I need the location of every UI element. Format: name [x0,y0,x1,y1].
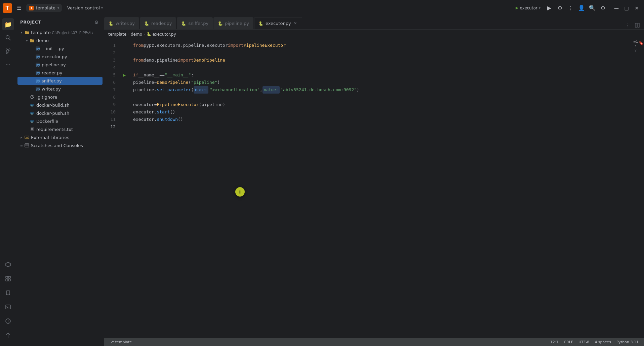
sidebar-item-scratches[interactable]: ≡Scratches and Consoles [17,141,103,149]
sidebar-title: Project [20,20,41,25]
svg-rect-42 [25,144,29,147]
gutter-cell-6 [121,79,128,86]
status-branch[interactable]: ⎇ template [107,338,134,346]
minimize-button[interactable]: — [612,3,621,13]
scroll-up-nav[interactable]: ∧ [634,44,637,48]
activity-more-button[interactable]: ··· [2,59,14,71]
code-area[interactable]: from pypz.executors.pipeline.executor im… [128,39,633,338]
tree-chevron-executor [30,54,35,59]
tab-sniffer[interactable]: 🐍sniffer.py [177,17,213,29]
status-encoding[interactable]: CRLF [561,338,576,346]
svg-text:🐳: 🐳 [31,112,33,115]
python-file-icon-pipeline: py [35,62,40,67]
sidebar-item-demo[interactable]: ▾demo [17,36,103,44]
sidebar-settings-button[interactable]: ⚙ [93,19,100,26]
profile-button[interactable]: 👤 [577,3,586,13]
project-tab-chevron: ▾ [57,6,59,10]
breadcrumb-demo[interactable]: demo [131,32,142,37]
tab-bar-layout-button[interactable] [633,21,641,29]
tree-label-gitignore: .gitignore [36,95,57,100]
gutter-col: ▶ [121,39,128,338]
executor-label: executor [520,6,537,10]
status-indent[interactable]: 4 spaces [592,338,614,346]
status-encoding-label: CRLF [564,340,573,344]
line-number-12: 12 [104,123,118,131]
tab-bar-actions: ⋮ [621,21,644,29]
tab-reader[interactable]: 🐍reader.py [140,17,176,29]
sidebar-item-writer[interactable]: pywriter.py [17,85,103,93]
python-file-icon-reader: py [35,70,40,75]
tree-chevron-writer [30,86,35,92]
floating-info-button[interactable]: i [235,187,245,197]
floating-info-label: i [239,189,241,195]
status-charset[interactable]: UTF-8 [576,338,592,346]
tab-bar: 🐍writer.py🐍reader.py🐍sniffer.py🐍pipeline… [104,16,644,30]
line-number-7: 7 [104,86,118,94]
sidebar-item-init[interactable]: py__init__.py [17,44,103,53]
svg-rect-46 [638,23,639,27]
gutter-cell-5[interactable]: ▶ [121,71,128,79]
breadcrumb-bar: template › demo › 🐍 executor.py [104,30,644,39]
status-position[interactable]: 12:1 [548,338,561,346]
executor-selector[interactable]: ▶ executor ▾ [513,4,543,12]
svg-point-4 [9,49,10,50]
tab-pipeline[interactable]: 🐍pipeline.py [213,17,253,29]
tree-path-template: C:\Projects\07_PIPEs\t\ [51,31,93,35]
sidebar-item-executor[interactable]: pyexecutor.py [17,53,103,61]
svg-text:py: py [36,80,40,83]
tree-label-docker-push: docker-push.sh [36,111,69,116]
status-right: 12:1 CRLF UTF-8 4 spaces Python 3.11 [548,338,641,346]
maximize-button[interactable]: □ [622,3,631,13]
sidebar-item-docker-build[interactable]: 🐳docker-build.sh [17,101,103,109]
tab-close-executor[interactable]: ✕ [293,21,298,26]
svg-text:py: py [36,56,40,59]
tab-bar-more-button[interactable]: ⋮ [624,21,632,29]
close-button[interactable]: ✕ [632,3,641,13]
sidebar-item-gitignore[interactable]: .gitignore [17,93,103,101]
activity-learn-button[interactable] [2,258,14,271]
activity-search-button[interactable] [2,32,14,44]
hamburger-button[interactable]: ☰ [15,3,24,12]
status-language[interactable]: Python 3.11 [614,338,641,346]
sidebar-item-pipeline[interactable]: pypipeline.py [17,61,103,69]
sidebar-item-reader[interactable]: pyreader.py [17,69,103,77]
code-line-11: executor.shutdown() [133,116,633,123]
bookmark-icon[interactable]: 🔖 [638,40,644,46]
sidebar-item-sniffer[interactable]: pysniffer.py [17,77,103,85]
activity-vcs-button[interactable] [2,45,14,57]
settings-button[interactable]: ⚙ [598,3,608,13]
docker-file-icon-docker-build: 🐳 [30,102,35,108]
activity-git-button[interactable] [2,329,14,341]
code-line-4 [133,64,633,71]
run-button[interactable]: ▶ [545,3,554,13]
activity-project-button[interactable]: 📁 [2,18,14,30]
breadcrumb-template[interactable]: template [108,32,126,37]
sidebar-item-requirements[interactable]: requirements.txt [17,125,103,133]
activity-bookmark-button[interactable] [2,287,14,299]
sidebar-tree: ▾template C:\Projects\07_PIPEs\t\▾demopy… [16,28,104,346]
tree-label-docker-build: docker-build.sh [36,103,70,108]
activity-problems-button[interactable] [2,315,14,327]
editor-content: 123456789101112 ▶ from pypz.executors.pi… [104,39,644,338]
svg-text:py: py [36,88,40,91]
docker-file-icon-docker-push: 🐳 [30,110,35,116]
tab-executor[interactable]: 🐍executor.py✕ [254,17,302,29]
version-control-button[interactable]: Version control ▾ [65,4,106,12]
sidebar-item-dockerfile[interactable]: 🐳Dockerfile [17,117,103,125]
activity-plugins-button[interactable] [2,273,14,285]
sidebar-item-template[interactable]: ▾template C:\Projects\07_PIPEs\t\ [17,28,103,36]
more-button[interactable]: ⋮ [566,3,575,13]
scroll-down-nav[interactable]: ∨ [634,48,637,52]
sidebar-item-external-libs[interactable]: ▸External Libraries [17,133,103,141]
python-file-icon-executor: py [35,54,40,59]
breadcrumb-file[interactable]: executor.py [153,32,176,37]
activity-terminal-button[interactable] [2,301,14,313]
plugins-button[interactable]: ⚙ [555,3,565,13]
search-button[interactable]: 🔍 [588,3,597,13]
tree-label-template: template C:\Projects\07_PIPEs\t\ [31,30,93,35]
line-count-nav[interactable]: ≡1 [633,40,638,43]
project-tab[interactable]: T template ▾ [26,4,62,12]
tab-writer[interactable]: 🐍writer.py [104,17,139,29]
tree-label-executor: executor.py [42,54,67,59]
sidebar-item-docker-push[interactable]: 🐳docker-push.sh [17,109,103,117]
